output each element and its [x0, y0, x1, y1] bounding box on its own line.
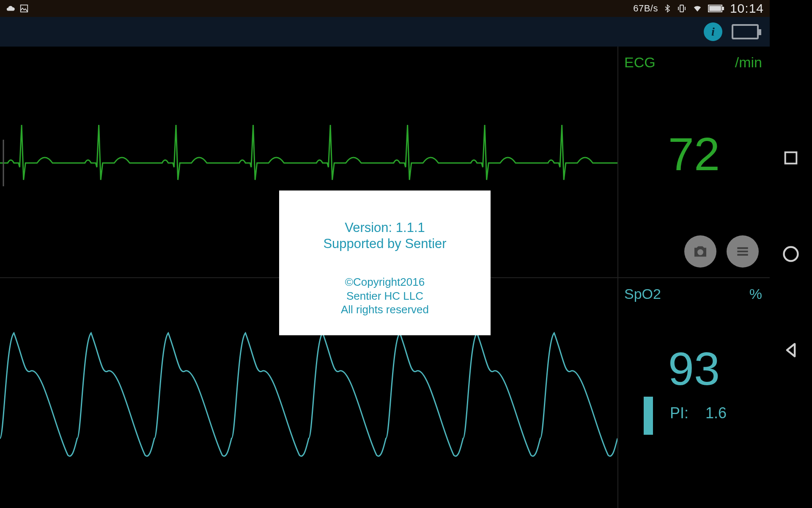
dialog-copyright-line: ©Copyright2016	[341, 275, 429, 289]
screen-root: 67B/s 10:14 i	[0, 0, 812, 508]
dialog-copyright: ©Copyright2016 Sentier HC LLC All rights…	[341, 275, 429, 317]
about-dialog: Version: 1.1.1 Supported by Sentier ©Cop…	[279, 190, 491, 335]
dialog-company-line: Sentier HC LLC	[341, 289, 429, 303]
dialog-rights-line: All rights reserved	[341, 303, 429, 317]
dialog-support: Supported by Sentier	[323, 236, 446, 251]
dialog-version: Version: 1.1.1	[345, 220, 425, 235]
